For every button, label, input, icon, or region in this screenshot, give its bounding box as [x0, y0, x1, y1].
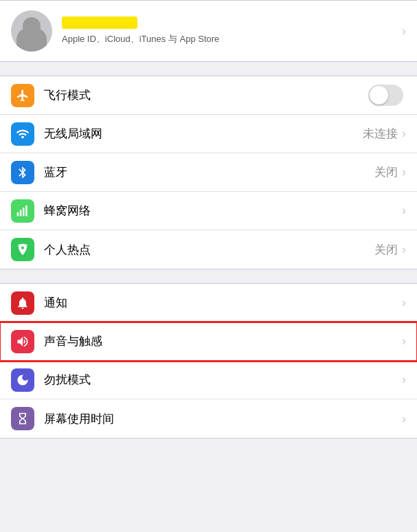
svg-rect-1	[20, 210, 21, 216]
sounds-chevron-icon: ›	[402, 334, 406, 348]
donotdisturb-row[interactable]: 勿扰模式 ›	[0, 361, 417, 399]
wifi-label: 无线局域网	[44, 126, 363, 142]
profile-name-placeholder	[62, 16, 137, 29]
hotspot-row[interactable]: 个人热点 关闭 ›	[0, 230, 417, 269]
cellular-icon	[16, 204, 30, 218]
cellular-icon-wrap	[11, 199, 34, 223]
cellular-label: 蜂窝网络	[44, 203, 402, 219]
bluetooth-value: 关闭	[374, 164, 398, 180]
moon-icon	[16, 373, 30, 387]
bluetooth-row[interactable]: 蓝牙 关闭 ›	[0, 153, 417, 192]
airplane-row[interactable]: 飞行模式	[0, 76, 417, 115]
bluetooth-label: 蓝牙	[44, 164, 374, 180]
hourglass-icon	[16, 412, 30, 425]
wifi-chevron-icon: ›	[402, 126, 406, 141]
svg-rect-3	[25, 205, 27, 216]
avatar	[11, 10, 52, 52]
notifications-row[interactable]: 通知 ›	[0, 284, 417, 322]
airplane-toggle[interactable]	[368, 85, 403, 106]
bell-icon	[16, 296, 30, 310]
notifications-chevron-icon: ›	[402, 296, 406, 310]
speaker-icon	[16, 335, 30, 348]
screentime-chevron-icon: ›	[402, 412, 406, 426]
wifi-row[interactable]: 无线局域网 未连接 ›	[0, 115, 417, 153]
donotdisturb-chevron-icon: ›	[402, 373, 406, 387]
svg-rect-2	[23, 208, 25, 217]
notifications-icon-wrap	[11, 291, 34, 315]
donotdisturb-icon-wrap	[11, 368, 34, 392]
donotdisturb-label: 勿扰模式	[44, 372, 402, 388]
notifications-section: 通知 › 声音与触感 › 勿扰模式 › 屏幕使用时间 ›	[0, 283, 417, 439]
wifi-icon	[16, 127, 30, 141]
airplane-label: 飞行模式	[44, 87, 368, 103]
cellular-row[interactable]: 蜂窝网络 ›	[0, 192, 417, 230]
sounds-icon-wrap	[11, 330, 34, 353]
profile-chevron-icon: ›	[402, 24, 406, 38]
sounds-row[interactable]: 声音与触感 ›	[0, 322, 417, 361]
profile-text: Apple ID、iCloud、iTunes 与 App Store	[62, 16, 402, 45]
profile-subtitle: Apple ID、iCloud、iTunes 与 App Store	[62, 33, 402, 45]
airplane-icon-wrap	[11, 84, 34, 107]
hotspot-icon	[16, 243, 30, 256]
hotspot-value: 关闭	[374, 242, 398, 258]
screentime-label: 屏幕使用时间	[44, 411, 402, 427]
hotspot-icon-wrap	[11, 238, 34, 261]
hotspot-label: 个人热点	[44, 242, 374, 258]
screentime-icon-wrap	[11, 407, 34, 430]
bluetooth-icon	[16, 166, 30, 179]
svg-rect-0	[17, 212, 19, 216]
bluetooth-chevron-icon: ›	[402, 165, 406, 179]
profile-row[interactable]: Apple ID、iCloud、iTunes 与 App Store ›	[0, 0, 417, 62]
svg-point-4	[25, 246, 27, 248]
toggle-thumb	[370, 86, 388, 104]
screentime-row[interactable]: 屏幕使用时间 ›	[0, 399, 417, 438]
bluetooth-icon-wrap	[11, 161, 34, 184]
sounds-label: 声音与触感	[44, 333, 402, 349]
hotspot-chevron-icon: ›	[402, 243, 406, 257]
connectivity-section: 飞行模式 无线局域网 未连接 › 蓝牙 关闭 ›	[0, 76, 417, 269]
cellular-chevron-icon: ›	[402, 203, 406, 218]
wifi-icon-wrap	[11, 122, 34, 146]
wifi-value: 未连接	[363, 126, 398, 142]
notifications-label: 通知	[44, 295, 402, 311]
svg-point-5	[19, 246, 21, 248]
airplane-icon	[16, 89, 30, 102]
